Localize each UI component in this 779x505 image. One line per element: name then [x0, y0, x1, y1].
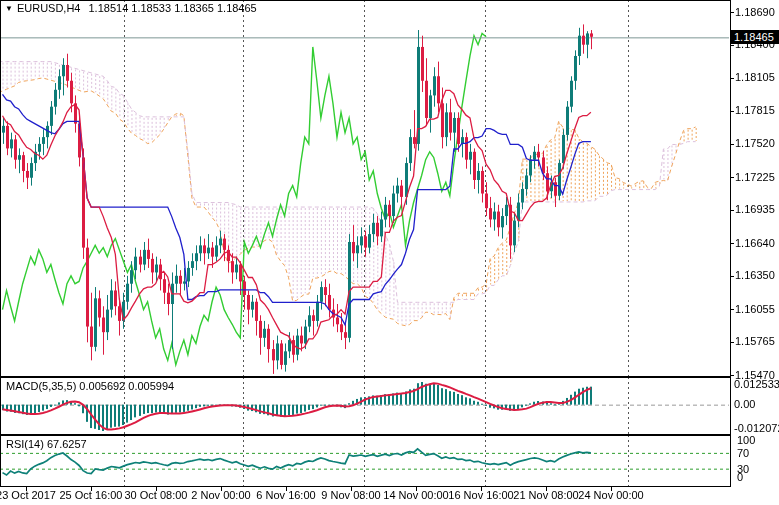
price-axis-label: 1.18690: [735, 6, 775, 18]
price-axis-label: 1.18105: [735, 71, 775, 83]
time-axis-label: 2 Nov 00:00: [191, 489, 250, 501]
time-axis-label: 30 Oct 08:00: [125, 489, 188, 501]
macd-indicator-label: MACD(5,35,5) 0.005692 0.005994: [6, 380, 174, 392]
chart-title: ▼EURUSD,H41.18514 1.18533 1.18365 1.1846…: [5, 2, 257, 14]
rsi-axis-label: 0: [737, 471, 743, 483]
symbol-label: EURUSD,H4: [17, 2, 81, 14]
time-axis-label: 9 Nov 08:00: [321, 489, 380, 501]
time-axis-label: 24 Nov 00:00: [578, 489, 643, 501]
macd-axis-label: 0.012533: [734, 378, 779, 390]
macd-axis-label: 0.00: [734, 398, 755, 410]
price-axis-label: 1.16055: [735, 303, 775, 315]
price-axis-label: 1.16640: [735, 237, 775, 249]
time-axis-label: 21 Nov 08:00: [513, 489, 578, 501]
price-axis-label: 1.17225: [735, 171, 775, 183]
time-axis-label: 14 Nov 00:00: [383, 489, 448, 501]
time-axis-label: 23 Oct 2017: [0, 489, 56, 501]
price-axis-label: 1.16350: [735, 269, 775, 281]
time-axis-label: 25 Oct 16:00: [60, 489, 123, 501]
rsi-axis-label: 70: [737, 447, 749, 459]
price-axis-label: 1.17815: [735, 104, 775, 116]
macd-axis-label: -0.012072: [734, 422, 779, 434]
rsi-axis-label: 100: [737, 434, 755, 446]
price-axis-label: 1.17520: [735, 137, 775, 149]
time-axis-label: 6 Nov 16:00: [256, 489, 315, 501]
price-axis-label: 1.16935: [735, 203, 775, 215]
chart-canvas[interactable]: [0, 0, 779, 505]
chart-window: ▼EURUSD,H41.18514 1.18533 1.18365 1.1846…: [0, 0, 779, 505]
symbol-dropdown-icon[interactable]: ▼: [5, 4, 13, 13]
current-price-badge: 1.18465: [731, 30, 779, 44]
price-axis-label: 1.15765: [735, 335, 775, 347]
ohlc-values: 1.18514 1.18533 1.18365 1.18465: [89, 2, 257, 14]
time-axis-label: 16 Nov 16:00: [448, 489, 513, 501]
rsi-indicator-label: RSI(14) 67.6257: [6, 438, 87, 450]
